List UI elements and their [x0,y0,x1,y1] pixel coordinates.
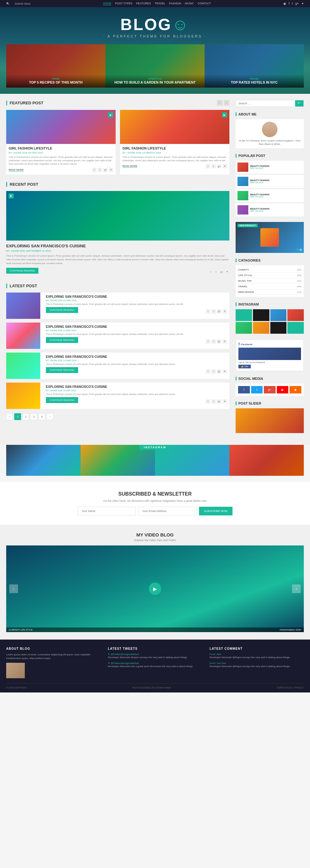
recent-gp[interactable]: g+ [220,270,224,274]
l2-tw[interactable]: t [212,339,216,344]
social-rss-btn[interactable]: ◉ [289,386,301,394]
social-facebook[interactable]: f [289,2,289,5]
feat2-share[interactable]: ✦ [223,164,227,168]
l4-tw[interactable]: t [212,399,216,404]
latest-post-meta-2: BY: JHONE DOE 14 MAY 2016 [46,329,227,332]
page-3[interactable]: 3 [30,413,37,420]
social-gp-btn[interactable]: g+ [264,386,276,394]
insta-strip-4[interactable] [229,445,304,476]
video-prev-arrow[interactable]: ‹ [9,584,18,593]
feat2-gp[interactable]: g+ [217,164,221,168]
insta-cell-4[interactable] [287,309,304,321]
video-next-arrow[interactable]: › [292,584,301,593]
l1-tw[interactable]: t [212,309,216,314]
hero-card-travel[interactable]: TRAVEL TOP RATED HOTELS IN NYC [205,44,304,88]
nav-music[interactable]: Music [185,2,194,5]
l3-share[interactable]: ✦ [223,369,227,374]
search-icon[interactable]: 🔍 [6,2,9,5]
l2-fb[interactable]: f [206,339,210,344]
page-1[interactable]: 1 [14,413,21,420]
social-yt-btn[interactable]: ▶ [277,386,289,394]
featured-header: FEATURED POST ‹ › [6,100,229,105]
page-4[interactable]: 4 [38,413,45,420]
recent-share[interactable]: ✦ [225,270,229,274]
cat-lifestyle[interactable]: LIFE STYLE (85) [238,273,301,278]
featured-social-2: f t g+ ✦ [206,164,227,168]
feat1-share[interactable]: ✦ [109,168,113,172]
insta-cell-3[interactable] [270,309,287,321]
l1-share[interactable]: ✦ [223,309,227,314]
social-rss[interactable]: ◉ [283,2,286,5]
insta-cell-7[interactable] [270,322,287,334]
hero-card-food[interactable]: FOOD TOP 5 RECIPES OF THIS MONTH [6,44,105,88]
latest-continue-3[interactable]: CONTINUE READING [46,367,78,373]
insta-cell-6[interactable] [253,322,270,334]
social-fb-btn[interactable]: f [238,386,250,394]
featured-play-2[interactable]: ▶ [222,112,227,117]
about-text: Hi all! I'm Christina, from London Unite… [238,139,301,146]
hero-cards: FOOD TOP 5 RECIPES OF THIS MONTH LIFESTY… [6,44,304,88]
insta-strip-1[interactable] [6,445,81,476]
latest-continue-4[interactable]: CONTINUE READING [46,397,78,403]
l4-gp[interactable]: g+ [217,399,221,404]
facebook-like-button[interactable]: 👍 Like [238,365,251,368]
newsletter-subscribe-button[interactable]: SUBSCRIBE NOW [199,507,233,516]
featured-prev[interactable]: ‹ [217,100,223,105]
l2-gp[interactable]: g+ [217,339,221,344]
featured-card-1: ▶ GIRL FASHION LIFESTYLE BY: JHONE DOE 0… [6,110,116,175]
l3-gp[interactable]: g+ [217,369,221,374]
social-google[interactable]: g+ [295,2,299,5]
sidebar-search-input[interactable] [236,100,295,106]
insta-cell-8[interactable] [287,322,304,334]
page-next[interactable]: › [47,413,53,420]
nav-contact[interactable]: Contact [198,2,211,5]
feat1-tw[interactable]: t [97,168,102,172]
social-pinterest[interactable]: ✦ [301,2,304,5]
nav-features[interactable]: Features [136,2,151,5]
nav-post-types[interactable]: Post Types [115,2,132,5]
cat-charity[interactable]: CHARITY (26) [238,267,301,273]
featured-next[interactable]: › [224,100,229,105]
sidebar-search-button[interactable]: 🔍 [295,100,304,106]
blog-wordmark: BLOG [120,16,172,33]
hero-card-lifestyle[interactable]: LIFESTYLE HOW TO BUILD A GARDEN IN YOUR … [105,44,205,88]
featured-read-more-1[interactable]: READ MORE [9,168,24,172]
l3-fb[interactable]: f [206,369,210,374]
feat2-fb[interactable]: f [206,164,210,168]
social-twitter[interactable]: t [292,2,293,5]
l4-fb[interactable]: f [206,399,210,404]
feat2-tw[interactable]: t [212,164,216,168]
feat1-fb[interactable]: f [92,168,96,172]
l4-share[interactable]: ✦ [223,399,227,404]
recent-play-icon[interactable]: ▶ [9,193,13,198]
video-play-button[interactable]: ▶ [149,583,161,595]
l1-fb[interactable]: f [206,309,210,314]
nav-home[interactable]: Home [103,2,111,5]
insta-cell-5[interactable] [235,322,252,334]
page-prev[interactable]: ‹ [6,413,13,420]
newsletter-email-input[interactable] [138,507,197,516]
recent-continue-btn[interactable]: CONTINUE READING [6,268,38,274]
cat-travel[interactable]: TRAVEL (88) [238,284,301,289]
nav-fashion[interactable]: Fashion [169,2,181,5]
newsletter-name-input[interactable] [78,507,136,516]
page-2[interactable]: 2 [22,413,29,420]
insta-cell-2[interactable] [253,309,270,321]
feat1-gp[interactable]: g+ [103,168,108,172]
featured-play-1[interactable]: ▶ [108,112,113,117]
social-tw-btn[interactable]: t [251,386,263,394]
insta-cell-1[interactable] [235,309,252,321]
l2-share[interactable]: ✦ [223,339,227,344]
latest-continue-2[interactable]: CONTINUE READING [46,337,78,343]
recent-tw[interactable]: t [214,270,218,274]
submit-story[interactable]: Submit Story [15,2,31,5]
cat-webdesign[interactable]: WEB DESIGN (13) [238,289,301,295]
l1-gp[interactable]: g+ [217,309,221,314]
latest-post-text-2: This is Photoshop's version of Lorem Ips… [46,333,227,336]
recent-fb[interactable]: f [208,270,213,274]
l3-tw[interactable]: t [212,369,216,374]
cat-music[interactable]: MUSIC TOP (44) [238,278,301,284]
latest-continue-1[interactable]: CONTINUE READING [46,307,78,313]
featured-read-more-2[interactable]: READ MORE [122,165,137,168]
nav-travel[interactable]: Travel [155,2,165,5]
